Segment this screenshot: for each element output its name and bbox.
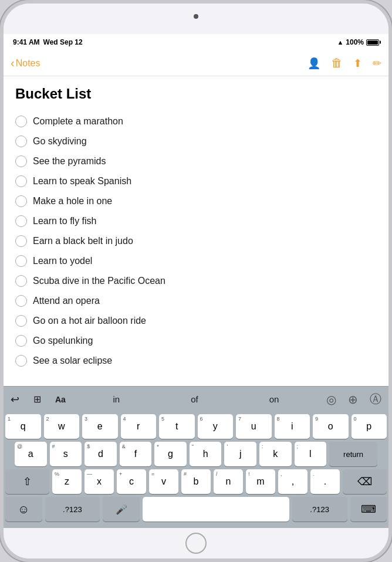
keyboard-row-3: ⇧ %z —x +c =v #b /n !m ,, .. ⌫ [5, 469, 387, 494]
check-circle-10[interactable] [15, 315, 27, 327]
check-circle-7[interactable] [15, 255, 27, 267]
status-bar: 9:41 AM Wed Sep 12 ▲ 100% [4, 34, 388, 50]
keyboard-hide-key[interactable]: ⌨ [350, 497, 387, 522]
checklist-item: Attend an opera [15, 291, 377, 311]
key-comma[interactable]: ,, [278, 469, 307, 494]
key-c[interactable]: +c [117, 469, 146, 494]
key-n[interactable]: /n [214, 469, 243, 494]
checklist-item: Learn to yodel [15, 251, 377, 271]
plus-circle-icon[interactable]: ⊕ [346, 390, 360, 409]
status-right: ▲ 100% [337, 38, 379, 46]
person-badge-icon[interactable]: 👤 [307, 57, 320, 70]
key-i[interactable]: 8i [275, 414, 310, 439]
check-circle-4[interactable] [15, 195, 27, 207]
ipad-device: 9:41 AM Wed Sep 12 ▲ 100% ‹ Notes 👤 🗑 ⬆ [0, 0, 392, 562]
key-g[interactable]: *g [154, 442, 187, 466]
item-text-3: Learn to speak Spanish [33, 176, 131, 187]
key-p[interactable]: 0p [352, 414, 387, 439]
key-b[interactable]: #b [181, 469, 211, 494]
toolbar-word-in[interactable]: in [108, 393, 124, 405]
key-u[interactable]: 7u [236, 414, 272, 439]
checklist-item: Go on a hot air balloon ride [15, 311, 377, 331]
checklist-item: Go spelunking [15, 331, 377, 351]
check-circle-1[interactable] [15, 136, 27, 147]
key-k[interactable]: :k [259, 442, 292, 466]
key-z[interactable]: %z [52, 469, 82, 494]
trash-icon[interactable]: 🗑 [331, 56, 343, 70]
key-m[interactable]: !m [246, 469, 275, 494]
device-top-bar [4, 4, 388, 39]
checklist: Complete a marathon Go skydiving See the… [15, 111, 377, 371]
toolbar-words: in of on [77, 393, 315, 405]
key-a[interactable]: @a [15, 442, 47, 466]
battery-percent: 100% [346, 38, 364, 46]
check-circle-5[interactable] [15, 215, 27, 227]
nav-actions: 👤 🗑 ⬆ ✏ [307, 56, 381, 70]
back-chevron-icon: ‹ [11, 56, 15, 70]
battery-icon [366, 39, 379, 46]
grid-icon[interactable]: ⊞ [31, 391, 43, 407]
undo-icon[interactable]: ↩ [8, 391, 22, 408]
toolbar-word-of[interactable]: of [186, 393, 203, 405]
note-title: Bucket List [15, 86, 377, 102]
note-content[interactable]: Bucket List Complete a marathon Go skydi… [4, 76, 388, 386]
key-q[interactable]: 1q [5, 414, 41, 439]
checklist-item: Learn to speak Spanish [15, 171, 377, 191]
key-e[interactable]: 3e [82, 414, 118, 439]
checklist-item: Go skydiving [15, 131, 377, 151]
font-icon[interactable]: Aa [53, 392, 68, 407]
key-o[interactable]: 9o [313, 414, 349, 439]
status-left: 9:41 AM Wed Sep 12 [13, 38, 83, 46]
check-circle-2[interactable] [15, 155, 27, 167]
numpad-key-left[interactable]: .?123 [45, 497, 100, 522]
share-icon[interactable]: ⬆ [353, 57, 362, 70]
emoji-key[interactable]: ☺ [5, 497, 42, 522]
time-display: 9:41 AM [13, 38, 40, 46]
check-circle-12[interactable] [15, 355, 27, 367]
key-t[interactable]: 5t [159, 414, 195, 439]
check-circle-9[interactable] [15, 295, 27, 307]
nav-back-button[interactable]: ‹ Notes [11, 56, 40, 70]
return-key[interactable]: return [329, 442, 377, 466]
key-period[interactable]: .. [310, 469, 340, 494]
check-circle-3[interactable] [15, 175, 27, 187]
key-r[interactable]: 4r [121, 414, 157, 439]
key-v[interactable]: =v [149, 469, 178, 494]
key-d[interactable]: $d [85, 442, 117, 466]
battery-fill [367, 40, 378, 45]
check-circle-8[interactable] [15, 275, 27, 287]
toolbar-word-on[interactable]: on [265, 393, 284, 405]
checklist-item: Scuba dive in the Pacific Ocean [15, 271, 377, 291]
check-circle-6[interactable] [15, 235, 27, 247]
toolbar-right-icons: ◎ ⊕ Ⓐ [324, 389, 384, 409]
key-x[interactable]: —x [85, 469, 114, 494]
compose-icon[interactable]: ✏ [373, 57, 381, 70]
keyboard-row-2: @a #s $d &f *g "h 'j :k ;l return [5, 442, 387, 466]
item-text-4: Make a hole in one [33, 196, 112, 206]
key-l[interactable]: ;l [295, 442, 327, 466]
key-j[interactable]: 'j [224, 442, 256, 466]
nav-bar: ‹ Notes 👤 🗑 ⬆ ✏ [4, 50, 388, 76]
check-circle-11[interactable] [15, 335, 27, 347]
key-y[interactable]: 6y [198, 414, 234, 439]
checklist-item: See the pyramids [15, 151, 377, 171]
camera-dot [194, 14, 198, 19]
keyboard: 1q 2w 3e 4r 5t 6y 7u 8i 9o 0p @a #s $d &… [4, 412, 388, 528]
item-text-1: Go skydiving [33, 136, 87, 147]
delete-key[interactable]: ⌫ [343, 469, 387, 494]
shift-key[interactable]: ⇧ [5, 469, 49, 494]
key-w[interactable]: 2w [44, 414, 80, 439]
mic-key[interactable]: 🎤 [103, 497, 140, 522]
numpad-key-right[interactable]: .?123 [292, 497, 347, 522]
check-circle-0[interactable] [15, 116, 27, 127]
at-icon[interactable]: Ⓐ [367, 389, 384, 409]
spacebar-key[interactable] [143, 497, 289, 522]
screen: 9:41 AM Wed Sep 12 ▲ 100% ‹ Notes 👤 🗑 ⬆ [4, 34, 388, 528]
key-f[interactable]: &f [120, 442, 152, 466]
home-button[interactable] [185, 533, 207, 554]
item-text-6: Earn a black belt in judo [33, 236, 133, 246]
key-h[interactable]: "h [190, 442, 222, 466]
done-circle-icon[interactable]: ◎ [324, 390, 339, 409]
key-s[interactable]: #s [50, 442, 82, 466]
item-text-0: Complete a marathon [33, 116, 123, 127]
